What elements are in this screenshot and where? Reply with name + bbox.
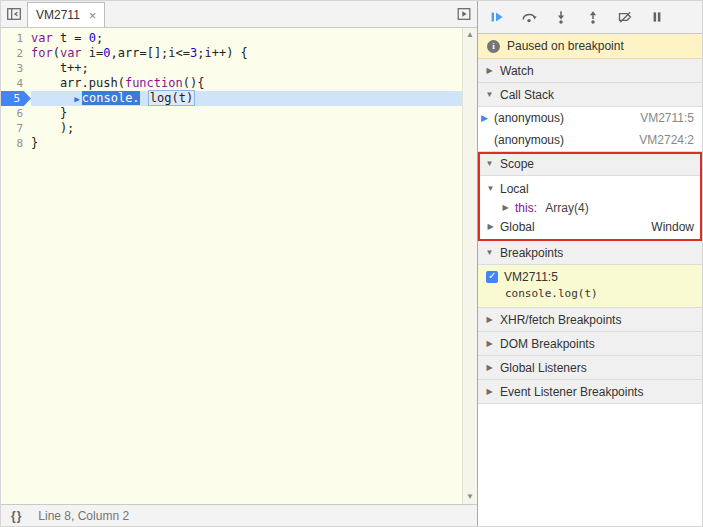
- line-number[interactable]: 4: [1, 76, 31, 91]
- call-stack-list: (anonymous) VM2711:5 (anonymous) VM2724:…: [478, 107, 702, 152]
- paused-banner: Paused on breakpoint: [478, 34, 702, 59]
- editor-vertical-scrollbar[interactable]: [462, 28, 477, 504]
- breakpoints-section-header[interactable]: Breakpoints: [478, 241, 702, 265]
- breakpoint-code-snippet: console.log(t): [486, 287, 694, 300]
- chevron-right-icon: [485, 315, 494, 324]
- pause-on-exceptions-button[interactable]: [647, 7, 667, 27]
- step-into-icon: [553, 9, 569, 25]
- xhr-breakpoints-section-header[interactable]: XHR/fetch Breakpoints: [478, 308, 702, 332]
- debugger-sidebar: Paused on breakpoint Watch Call Stack (a…: [478, 1, 702, 526]
- tab-title: VM2711: [36, 8, 80, 22]
- code-row[interactable]: 2for(var i=0,arr=[];i<=3;i++) {: [1, 46, 477, 61]
- resume-icon: [489, 9, 505, 25]
- call-stack-frame[interactable]: (anonymous) VM2724:2: [478, 129, 702, 151]
- code-line-text: for(var i=0,arr=[];i<=3;i++) {: [31, 46, 477, 61]
- scroll-up-icon[interactable]: [463, 28, 477, 42]
- section-label: Watch: [500, 64, 534, 78]
- chevron-down-icon: [485, 248, 494, 257]
- code-line-text: t++;: [31, 61, 477, 76]
- tab-vm2711[interactable]: VM2711: [27, 2, 105, 27]
- line-number[interactable]: 6: [1, 106, 31, 121]
- line-number[interactable]: 2: [1, 46, 31, 61]
- chevron-right-icon: [486, 222, 495, 231]
- code-row[interactable]: 4 arr.push(function(){: [1, 76, 477, 91]
- section-label: Scope: [500, 157, 534, 171]
- code-row[interactable]: 7 );: [1, 121, 477, 136]
- step-out-button[interactable]: [583, 7, 603, 27]
- scroll-down-icon[interactable]: [463, 490, 477, 504]
- section-dom-breakpoints: DOM Breakpoints: [478, 332, 702, 356]
- line-number[interactable]: 1: [1, 31, 31, 46]
- frame-name: (anonymous): [494, 111, 640, 125]
- watch-section-header[interactable]: Watch: [478, 59, 702, 83]
- deactivate-breakpoints-button[interactable]: [615, 7, 635, 27]
- breakpoint-entry[interactable]: VM2711:5 console.log(t): [478, 265, 702, 307]
- section-scope: Scope Local this Array(4) Global Window: [478, 152, 702, 241]
- code-row[interactable]: 3 t++;: [1, 61, 477, 76]
- breakpoint-checkbox[interactable]: [486, 271, 498, 283]
- section-event-listener-breakpoints: Event Listener Breakpoints: [478, 380, 702, 404]
- line-number[interactable]: 8: [1, 136, 31, 151]
- devtools-sources-panel: VM2711 1var t = 0;2for(var i=0,arr=[];i<…: [0, 0, 703, 527]
- chevron-right-icon: [485, 363, 494, 372]
- step-over-button[interactable]: [519, 7, 539, 27]
- section-watch: Watch: [478, 59, 702, 83]
- call-stack-section-header[interactable]: Call Stack: [478, 83, 702, 107]
- cursor-position: Line 8, Column 2: [38, 509, 129, 523]
- deactivate-breakpoints-icon: [617, 9, 633, 25]
- section-label: Global Listeners: [500, 361, 587, 375]
- pretty-print-button[interactable]: {}: [11, 509, 22, 523]
- code-editor[interactable]: 1var t = 0;2for(var i=0,arr=[];i<=3;i++)…: [1, 28, 477, 504]
- chevron-right-icon: [485, 339, 494, 348]
- code-row[interactable]: 5 console. log(t): [1, 91, 477, 106]
- code-lines: 1var t = 0;2for(var i=0,arr=[];i<=3;i++)…: [1, 31, 477, 151]
- event-listener-breakpoints-section-header[interactable]: Event Listener Breakpoints: [478, 380, 702, 404]
- paused-message: Paused on breakpoint: [507, 39, 624, 53]
- resume-button[interactable]: [487, 7, 507, 27]
- scope-group-label: Global: [500, 220, 535, 234]
- scope-local-row[interactable]: Local: [478, 179, 702, 198]
- section-global-listeners: Global Listeners: [478, 356, 702, 380]
- scope-global-row[interactable]: Global Window: [478, 217, 702, 236]
- editor-pane: VM2711 1var t = 0;2for(var i=0,arr=[];i<…: [1, 1, 478, 526]
- line-number[interactable]: 7: [1, 121, 31, 136]
- breakpoint-location: VM2711:5: [504, 270, 558, 284]
- chevron-down-icon: [486, 184, 495, 193]
- editor-status-bar: {} Line 8, Column 2: [1, 504, 477, 526]
- scope-section-header[interactable]: Scope: [478, 152, 702, 176]
- dom-breakpoints-section-header[interactable]: DOM Breakpoints: [478, 332, 702, 356]
- scope-this-row[interactable]: this Array(4): [478, 198, 702, 217]
- breakpoints-list: VM2711:5 console.log(t): [478, 265, 702, 308]
- code-line-text: );: [31, 121, 477, 136]
- property-value: Array(4): [545, 201, 588, 215]
- section-label: Breakpoints: [500, 246, 563, 260]
- toggle-navigator-button[interactable]: [4, 4, 24, 24]
- execution-pointer-icon: [74, 91, 81, 105]
- editor-tab-bar: VM2711: [1, 1, 477, 28]
- code-line-text: arr.push(function(){: [31, 76, 477, 91]
- line-number[interactable]: 3: [1, 61, 31, 76]
- scope-group-value: Window: [651, 220, 694, 234]
- global-listeners-section-header[interactable]: Global Listeners: [478, 356, 702, 380]
- code-row[interactable]: 8}: [1, 136, 477, 151]
- frame-location[interactable]: VM2724:2: [639, 133, 694, 147]
- scope-group-label: Local: [500, 182, 529, 196]
- frame-location[interactable]: VM2711:5: [640, 111, 694, 125]
- step-into-button[interactable]: [551, 7, 571, 27]
- section-label: DOM Breakpoints: [500, 337, 595, 351]
- pause-on-exceptions-icon: [649, 9, 665, 25]
- more-tabs-button[interactable]: [454, 4, 474, 24]
- section-label: Event Listener Breakpoints: [500, 385, 643, 399]
- info-icon: [487, 40, 500, 53]
- code-row[interactable]: 6 }: [1, 106, 477, 121]
- property-name: this: [515, 201, 540, 215]
- chevron-right-icon: [485, 66, 494, 75]
- close-tab-icon[interactable]: [89, 9, 97, 22]
- call-stack-frame-active[interactable]: (anonymous) VM2711:5: [478, 107, 702, 129]
- debugger-toolbar: [478, 1, 702, 34]
- code-row[interactable]: 1var t = 0;: [1, 31, 477, 46]
- chevron-down-icon: [485, 90, 494, 99]
- chevron-right-icon: [501, 203, 510, 212]
- breakpoint-line-number[interactable]: 5: [1, 91, 31, 106]
- chevron-right-icon: [485, 387, 494, 396]
